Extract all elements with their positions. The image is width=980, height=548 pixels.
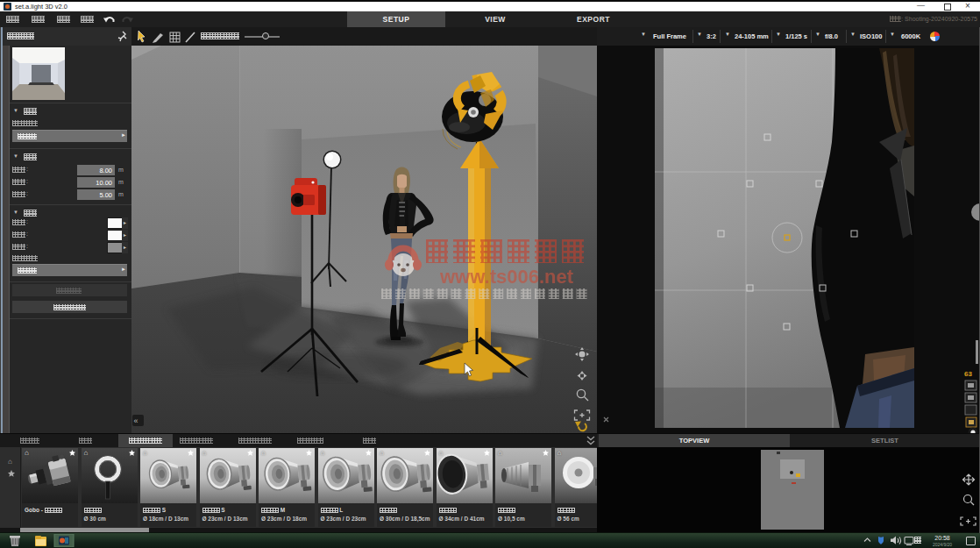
svg-text:«: « <box>134 416 138 425</box>
svg-text:63: 63 <box>964 370 972 378</box>
svg-text:www.ts006.net: www.ts006.net <box>439 266 574 288</box>
